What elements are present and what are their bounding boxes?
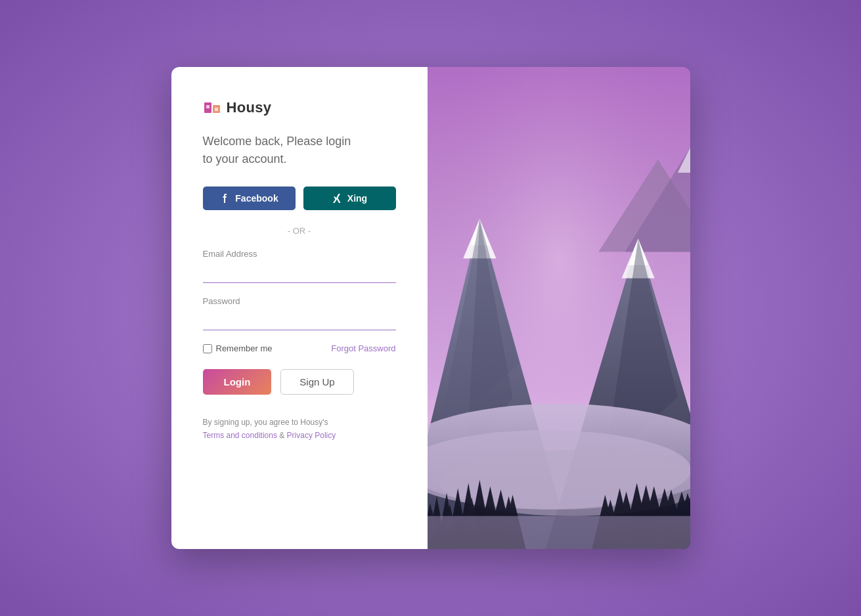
signup-button[interactable]: Sign Up	[280, 369, 353, 395]
remember-checkbox[interactable]	[203, 344, 212, 353]
terms-link[interactable]: Terms and conditions	[203, 431, 277, 440]
password-group: Password	[203, 296, 396, 330]
privacy-link[interactable]: Privacy Policy	[287, 431, 336, 440]
left-panel: Housy Welcome back, Please login to your…	[171, 67, 428, 549]
remember-label[interactable]: Remember me	[203, 343, 273, 353]
facebook-icon	[219, 193, 230, 204]
social-buttons: Facebook Xing	[203, 187, 396, 210]
forgot-password-link[interactable]: Forgot Password	[331, 343, 395, 353]
email-group: Email Address	[203, 249, 396, 283]
mountain-scene	[428, 67, 690, 549]
action-buttons: Login Sign Up	[203, 369, 396, 395]
password-label: Password	[203, 296, 396, 306]
welcome-text: Welcome back, Please login to your accou…	[203, 133, 396, 168]
or-divider: - OR -	[203, 226, 396, 236]
checkbox-row: Remember me Forgot Password	[203, 343, 396, 353]
login-card: Housy Welcome back, Please login to your…	[171, 67, 690, 549]
xing-button[interactable]: Xing	[303, 187, 396, 210]
logo-row: Housy	[203, 99, 396, 117]
xing-icon	[332, 193, 342, 204]
logo-icon	[203, 99, 221, 117]
email-input[interactable]	[203, 264, 396, 283]
email-label: Email Address	[203, 249, 396, 259]
terms-text: By signing up, you agree to Housy's Term…	[203, 416, 396, 443]
logo-text: Housy	[227, 99, 272, 116]
svg-rect-3	[215, 108, 218, 111]
password-input[interactable]	[203, 311, 396, 330]
right-panel	[428, 67, 690, 549]
svg-rect-48	[428, 516, 690, 549]
login-button[interactable]: Login	[203, 369, 272, 395]
svg-rect-2	[206, 105, 210, 108]
facebook-button[interactable]: Facebook	[203, 187, 296, 210]
